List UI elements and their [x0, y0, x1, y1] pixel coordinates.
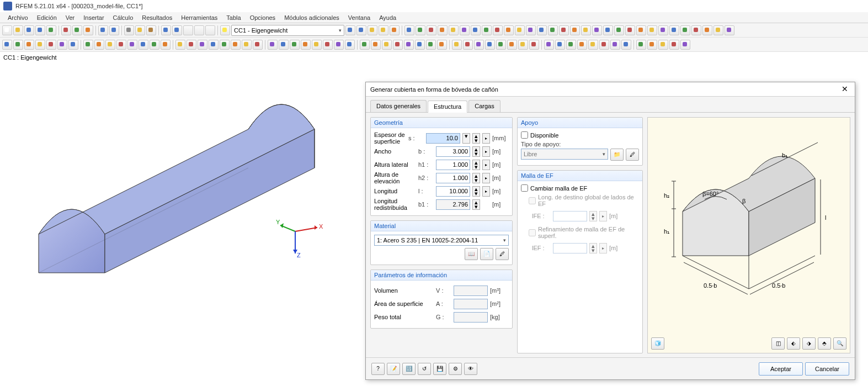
geom-input-4[interactable]	[436, 186, 470, 197]
tool-generic[interactable]	[368, 25, 377, 35]
pick-icon[interactable]: ▸	[482, 133, 490, 144]
tool-generic[interactable]	[449, 25, 459, 35]
tool-generic[interactable]	[496, 40, 506, 50]
tool-generic[interactable]	[83, 40, 93, 50]
menu-modulos[interactable]: Módulos adicionales	[280, 13, 344, 22]
tool-generic[interactable]	[526, 25, 536, 35]
tool-generic[interactable]	[636, 25, 646, 35]
tool-generic[interactable]	[463, 40, 473, 50]
support-library-button[interactable]: 📁	[610, 149, 624, 161]
tool-generic[interactable]	[493, 25, 503, 35]
tool-generic[interactable]	[537, 25, 547, 35]
preview-toggle-button[interactable]: 👁	[464, 363, 477, 375]
pick-icon[interactable]: ▸	[482, 186, 490, 197]
check-disponible[interactable]: Disponible	[521, 131, 639, 139]
settings-button[interactable]: ⚙	[449, 363, 462, 375]
tool-generic[interactable]	[24, 40, 34, 50]
dialog-titlebar[interactable]: Generar cubierta en forma de bóveda de c…	[366, 82, 855, 97]
tool-generic[interactable]	[231, 40, 241, 50]
tool-saveall[interactable]	[35, 25, 45, 35]
units-button[interactable]: 🔢	[402, 363, 416, 375]
tool-generic[interactable]	[46, 40, 56, 50]
tool-generic[interactable]	[312, 40, 322, 50]
menu-insertar[interactable]: Insertar	[79, 13, 108, 22]
geom-input-3[interactable]	[436, 173, 470, 183]
tool-generic[interactable]	[183, 25, 193, 35]
tool-generic[interactable]	[323, 40, 333, 50]
tool-generic[interactable]	[658, 40, 668, 50]
tool-generic[interactable]	[669, 40, 679, 50]
tool-generic[interactable]	[35, 40, 45, 50]
tool-generic[interactable]	[592, 25, 602, 35]
tool-generic[interactable]	[599, 40, 609, 50]
tool-generic[interactable]	[625, 25, 635, 35]
tool-generic[interactable]	[404, 40, 414, 50]
tool-generic[interactable]	[485, 40, 495, 50]
tool-generic[interactable]	[636, 40, 646, 50]
tool-generic[interactable]	[13, 40, 23, 50]
material-library-button[interactable]: 📖	[465, 248, 478, 260]
tool-generic[interactable]	[198, 40, 207, 50]
tool-generic[interactable]	[713, 25, 723, 35]
menu-ver[interactable]: Ver	[61, 13, 79, 22]
tool-grid[interactable]	[172, 25, 182, 35]
tool-generic[interactable]	[268, 40, 278, 50]
preview-mode-button[interactable]: 🧊	[651, 337, 664, 350]
tool-generic[interactable]	[426, 40, 436, 50]
tool-generic[interactable]	[460, 25, 470, 35]
tool-generic[interactable]	[581, 25, 591, 35]
tool-generic[interactable]	[680, 25, 690, 35]
pick-icon[interactable]: ▸	[482, 160, 490, 170]
menu-herramientas[interactable]: Herramientas	[177, 13, 222, 22]
tool-copy[interactable]	[135, 25, 145, 35]
tool-generic[interactable]	[471, 25, 481, 35]
menu-ayuda[interactable]: Ayuda	[375, 13, 401, 22]
default-button[interactable]: ↺	[418, 363, 431, 375]
spinner-icon[interactable]: ▴▾	[472, 133, 480, 144]
tool-generic[interactable]	[116, 40, 126, 50]
geom-input-1[interactable]	[436, 146, 470, 157]
loadcase-combo[interactable]: CC1 - Eigengewicht ▾	[231, 25, 344, 36]
tool-calculate[interactable]	[61, 25, 71, 35]
menu-tabla[interactable]: Tabla	[222, 13, 245, 22]
tool-generic[interactable]	[621, 40, 631, 50]
tool-save[interactable]	[24, 25, 34, 35]
tool-generic[interactable]	[647, 25, 657, 35]
pick-icon[interactable]: ▸	[482, 146, 490, 157]
tool-generic[interactable]	[452, 40, 462, 50]
tab-estructura[interactable]: Estructura	[428, 101, 467, 113]
tool-generic[interactable]	[725, 25, 734, 35]
tool-generic[interactable]	[187, 40, 196, 50]
tool-new[interactable]	[2, 25, 12, 35]
tool-generic[interactable]	[205, 25, 215, 35]
tool-generic[interactable]	[438, 25, 448, 35]
check-cambiar-malla[interactable]: Cambiar malla de EF	[521, 184, 639, 192]
tool-generic[interactable]	[379, 25, 388, 35]
checkbox-icon[interactable]	[521, 184, 528, 192]
view-z-button[interactable]: ⬘	[818, 337, 831, 350]
tool-generic[interactable]	[702, 25, 712, 35]
tool-generic[interactable]	[279, 40, 289, 50]
tool-redo[interactable]	[109, 25, 119, 35]
tool-generic[interactable]	[301, 40, 311, 50]
view-iso-button[interactable]: ◫	[771, 337, 785, 350]
menu-archivo[interactable]: Archivo	[3, 13, 33, 22]
tool-generic[interactable]	[290, 40, 300, 50]
tool-generic[interactable]	[57, 40, 67, 50]
tool-generic[interactable]	[647, 40, 657, 50]
tool-generic[interactable]	[253, 40, 263, 50]
tool-generic[interactable]	[139, 40, 148, 50]
tool-generic[interactable]	[345, 40, 355, 50]
tab-cargas[interactable]: Cargas	[468, 100, 500, 112]
tool-generic[interactable]	[482, 25, 492, 35]
tool-generic[interactable]	[507, 40, 517, 50]
tool-generic[interactable]	[334, 40, 344, 50]
tool-generic[interactable]	[548, 25, 558, 35]
tool-generic[interactable]	[371, 40, 381, 50]
tool-generic[interactable]	[382, 40, 392, 50]
tool-generic[interactable]	[555, 40, 565, 50]
dropdown-icon[interactable]: ▾	[462, 133, 470, 144]
tool-generic[interactable]	[515, 25, 525, 35]
spinner-icon[interactable]: ▴▾	[472, 160, 480, 170]
tool-generic[interactable]	[404, 25, 414, 35]
